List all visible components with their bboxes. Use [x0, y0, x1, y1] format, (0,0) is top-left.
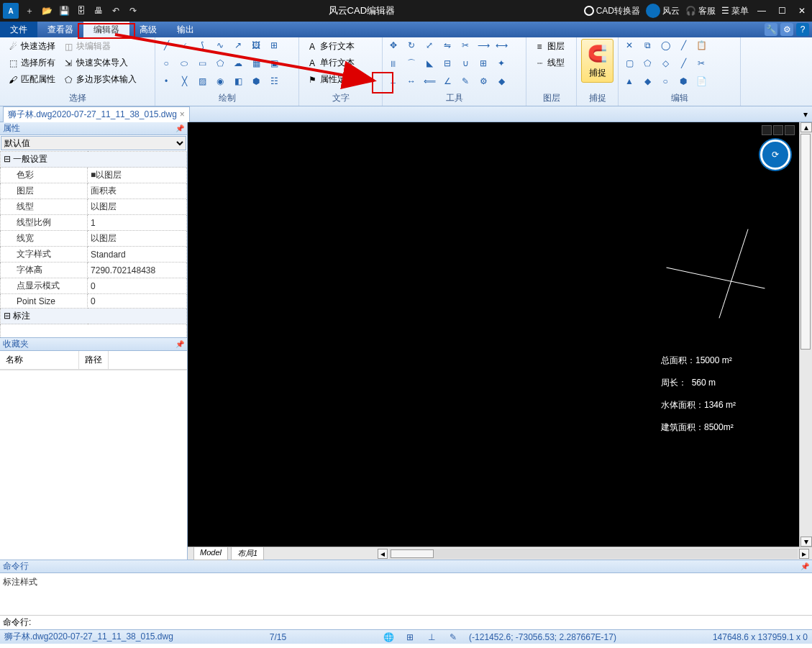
mtext-button[interactable]: A多行文本: [304, 39, 357, 54]
e8-icon[interactable]: ⬢: [677, 75, 690, 88]
boundary-icon[interactable]: ◧: [232, 75, 245, 88]
extend-icon[interactable]: ⟶: [477, 39, 490, 52]
help-icon[interactable]: ?: [796, 23, 809, 36]
mirror-icon[interactable]: ⇋: [441, 39, 454, 52]
array-icon[interactable]: ⊞: [477, 57, 490, 70]
align-icon[interactable]: ⫠: [387, 75, 400, 88]
redo-icon[interactable]: ↷: [127, 4, 140, 17]
scroll-up-icon[interactable]: ▴: [800, 122, 812, 132]
break-icon[interactable]: ⊟: [441, 57, 454, 70]
3d-icon[interactable]: ⬢: [250, 75, 263, 88]
cut-icon[interactable]: ✂: [695, 57, 708, 70]
menu-editor[interactable]: 编辑器: [83, 22, 129, 37]
fav-col-name[interactable]: 名称: [0, 351, 79, 369]
ellipse-icon[interactable]: ⬭: [178, 57, 191, 70]
command-input[interactable]: [34, 618, 809, 628]
support-button[interactable]: 🎧客服: [685, 5, 716, 17]
new-icon[interactable]: ＋: [23, 4, 36, 17]
minimize-icon[interactable]: —: [754, 6, 769, 16]
move-icon[interactable]: ✥: [387, 39, 400, 52]
fav-col-path[interactable]: 路径: [79, 351, 109, 369]
status-grid-icon[interactable]: ⊞: [404, 631, 416, 643]
props-row[interactable]: 文字样式Standard: [1, 247, 187, 263]
e2-icon[interactable]: ⬠: [641, 57, 654, 70]
block2-icon[interactable]: ▣: [268, 57, 280, 70]
e6-icon[interactable]: ◆: [641, 75, 654, 88]
explode-icon[interactable]: ✦: [495, 57, 508, 70]
props-row[interactable]: Point Size0: [1, 294, 187, 309]
rect-icon[interactable]: ▭: [196, 57, 209, 70]
erase-icon[interactable]: ✕: [623, 39, 636, 52]
paste-icon[interactable]: 📄: [695, 75, 708, 88]
props-row[interactable]: 线型比例1: [1, 215, 187, 231]
menu-view[interactable]: 查看器: [37, 22, 83, 37]
scroll-left-icon[interactable]: ◂: [378, 549, 388, 559]
undo-icon[interactable]: ↶: [109, 4, 122, 17]
image-icon[interactable]: 🖼: [250, 39, 263, 52]
props-row[interactable]: 线宽以图层: [1, 231, 187, 247]
save-icon[interactable]: 💾: [58, 4, 70, 17]
block-editor-button[interactable]: ◫块编辑器: [60, 39, 140, 54]
e3-icon[interactable]: ◇: [659, 57, 672, 70]
menu-output[interactable]: 输出: [167, 22, 204, 37]
toolbox-icon[interactable]: 🔧: [765, 23, 777, 36]
cad-converter-button[interactable]: CAD转换器: [584, 5, 640, 17]
props-group-general[interactable]: ⊟ 一般设置: [1, 152, 187, 168]
horizontal-scrollbar[interactable]: ◂ ▸: [375, 549, 812, 559]
fengyun-button[interactable]: 风云: [646, 4, 680, 18]
copy2-icon[interactable]: 📋: [695, 39, 708, 52]
tab-dropdown-icon[interactable]: ▾: [803, 109, 808, 119]
line-icon[interactable]: ╱: [160, 39, 173, 52]
menu-advanced[interactable]: 高级: [129, 22, 167, 37]
polygon2-icon[interactable]: ⬠: [214, 57, 227, 70]
vp-max-icon[interactable]: [773, 125, 783, 135]
trim-icon[interactable]: ✂: [459, 39, 472, 52]
stext-button[interactable]: A单行文本: [304, 55, 357, 70]
linetype-button[interactable]: ┈线型: [531, 55, 567, 70]
dist-icon[interactable]: ↔: [405, 75, 418, 88]
arc-icon[interactable]: ⟆: [196, 39, 209, 52]
scroll-down-icon[interactable]: ▾: [800, 537, 812, 547]
model-tab[interactable]: Model: [193, 547, 228, 560]
ray-icon[interactable]: ↗: [232, 39, 245, 52]
e5-icon[interactable]: ▲: [623, 75, 636, 88]
xline-icon[interactable]: ╳: [178, 75, 191, 88]
scale-icon[interactable]: ⤢: [423, 39, 436, 52]
quick-select-button[interactable]: ☄快速选择: [4, 39, 58, 54]
ext2-icon[interactable]: ⟸: [423, 75, 436, 88]
layout1-tab[interactable]: 布局1: [231, 547, 264, 560]
point-icon[interactable]: •: [160, 75, 173, 88]
scroll-right-icon[interactable]: ▸: [799, 549, 809, 559]
document-tab[interactable]: 狮子林.dwg2020-07-27_11_11_38_015.dwg ×: [3, 106, 190, 122]
props-row[interactable]: 点显示模式0: [1, 278, 187, 294]
circle2-icon[interactable]: ◯: [659, 39, 672, 52]
insert-icon[interactable]: ⊞: [268, 39, 280, 52]
fillet-icon[interactable]: ⌒: [405, 57, 418, 70]
polyline-icon[interactable]: ⟋: [178, 39, 191, 52]
tool3-icon[interactable]: ◆: [495, 75, 508, 88]
props-group-annot[interactable]: ⊟ 标注: [1, 309, 187, 324]
stretch-icon[interactable]: ⟷: [495, 39, 508, 52]
vp-close-icon[interactable]: [785, 125, 795, 135]
region-icon[interactable]: ▦: [250, 57, 263, 70]
table-icon[interactable]: ☷: [268, 75, 280, 88]
e4-icon[interactable]: ╱: [677, 57, 690, 70]
saveas-icon[interactable]: 🗄: [75, 4, 88, 17]
pin-icon[interactable]: 📌: [175, 340, 184, 348]
match-props-button[interactable]: 🖌匹配属性: [4, 72, 58, 87]
close-tab-icon[interactable]: ×: [180, 109, 185, 119]
poly-import-button[interactable]: ⬠多边形实体输入: [60, 72, 140, 87]
status-world-icon[interactable]: 🌐: [383, 631, 394, 643]
props-default-select[interactable]: 默认值: [1, 136, 186, 150]
join-icon[interactable]: ∪: [459, 57, 472, 70]
pin-icon[interactable]: 📌: [800, 562, 809, 570]
open-icon[interactable]: 📂: [40, 4, 53, 17]
tool1-icon[interactable]: ✎: [459, 75, 472, 88]
tool2-icon[interactable]: ⚙: [477, 75, 490, 88]
angle-icon[interactable]: ∠: [441, 75, 454, 88]
print-icon[interactable]: 🖶: [92, 4, 105, 17]
spline-icon[interactable]: ∿: [214, 39, 227, 52]
fast-import-button[interactable]: ⇲快速实体导入: [60, 55, 140, 70]
settings-icon[interactable]: ⚙: [780, 23, 793, 36]
chamfer-icon[interactable]: ◣: [423, 57, 436, 70]
